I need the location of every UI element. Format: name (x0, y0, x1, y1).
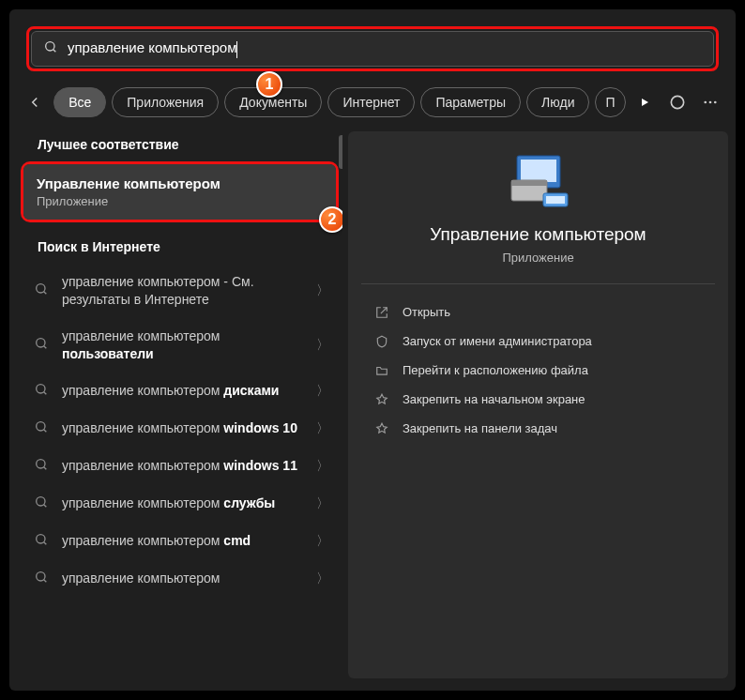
search-icon (34, 419, 49, 438)
svg-line-7 (44, 292, 47, 295)
svg-rect-27 (546, 196, 565, 204)
web-result-item[interactable]: управление компьютером cmd〉 (17, 523, 342, 560)
action-label: Закрепить на начальном экране (403, 392, 585, 406)
web-result-item[interactable]: управление компьютером windows 11〉 (17, 448, 342, 485)
open-icon (374, 306, 389, 319)
action-label: Открыть (403, 305, 450, 319)
svg-point-12 (37, 421, 45, 430)
profile-ring-icon[interactable] (664, 86, 692, 118)
result-text: управление компьютером windows 10 (62, 419, 303, 437)
annotation-outline-1: управление компьютером (26, 26, 719, 71)
search-icon (43, 39, 58, 58)
more-button[interactable] (697, 86, 724, 118)
chevron-right-icon[interactable]: 〉 (316, 458, 329, 475)
scrollbar-thumb[interactable] (339, 135, 342, 169)
svg-point-20 (37, 571, 45, 580)
svg-point-6 (37, 284, 45, 293)
best-match-heading: Лучшее соответствие (38, 137, 327, 152)
search-icon (34, 457, 49, 476)
svg-line-13 (44, 429, 47, 432)
annotation-outline-2: Управление компьютером Приложение 2 (21, 161, 339, 222)
svg-line-11 (44, 391, 47, 394)
tab-apps[interactable]: Приложения (112, 87, 219, 117)
search-icon (34, 282, 49, 300)
folder-icon (374, 364, 389, 377)
annotation-badge-2: 2 (319, 206, 342, 233)
search-input[interactable]: управление компьютером (68, 39, 702, 57)
annotation-badge-1: 1 (256, 71, 282, 98)
svg-line-17 (44, 504, 47, 507)
svg-point-2 (672, 96, 684, 108)
action-item[interactable]: Открыть (357, 297, 719, 327)
best-match-result[interactable]: Управление компьютером Приложение (23, 164, 336, 220)
svg-line-15 (44, 466, 47, 469)
tab-settings[interactable]: Параметры (420, 87, 521, 117)
svg-point-14 (37, 459, 45, 467)
search-bar[interactable]: управление компьютером (31, 31, 714, 67)
search-icon (34, 570, 49, 588)
result-text: управление компьютером - См. результаты … (62, 273, 303, 309)
chevron-right-icon[interactable]: 〉 (316, 282, 329, 299)
web-result-item[interactable]: управление компьютером - См. результаты … (17, 264, 342, 318)
action-list: ОткрытьЗапуск от имени администратораПер… (348, 297, 728, 443)
chevron-right-icon[interactable]: 〉 (316, 571, 329, 587)
chevron-right-icon[interactable]: 〉 (316, 533, 329, 550)
tab-people[interactable]: Люди (526, 87, 589, 117)
web-result-item[interactable]: управление компьютером службы〉 (17, 485, 342, 523)
action-item[interactable]: Запуск от имени администратора (357, 327, 719, 356)
chevron-right-icon[interactable]: 〉 (316, 337, 329, 354)
svg-point-4 (709, 101, 712, 104)
result-text: управление компьютером дисками (62, 382, 303, 400)
preview-subtitle: Приложение (361, 251, 715, 284)
svg-point-8 (37, 338, 45, 346)
tab-more-cut[interactable]: П (595, 87, 625, 117)
app-icon (348, 150, 728, 211)
action-item[interactable]: Перейти к расположению файла (357, 356, 719, 385)
result-text: управление компьютером cmd (62, 532, 303, 550)
chevron-right-icon[interactable]: 〉 (316, 383, 329, 400)
svg-point-5 (714, 101, 717, 104)
action-label: Перейти к расположению файла (403, 363, 588, 377)
tab-internet[interactable]: Интернет (327, 87, 415, 117)
result-text: управление компьютером (62, 570, 303, 587)
web-result-item[interactable]: управление компьютером дисками〉 (17, 373, 342, 410)
pin-icon (374, 422, 389, 435)
web-search-heading: Поиск в Интернете (38, 239, 327, 254)
action-item[interactable]: Закрепить на начальном экране (357, 385, 719, 414)
shield-icon (374, 335, 389, 348)
search-icon (34, 382, 49, 401)
svg-line-9 (44, 345, 47, 348)
search-icon (34, 495, 49, 513)
action-label: Закрепить на панели задач (403, 421, 557, 435)
svg-line-19 (44, 541, 47, 544)
search-icon (34, 336, 49, 355)
search-panel: управление компьютером 1 Все Приложения … (9, 9, 736, 691)
result-text: управление компьютером windows 11 (62, 457, 303, 475)
scroll-tabs-right[interactable] (631, 86, 659, 118)
result-text: управление компьютером службы (62, 495, 303, 512)
svg-line-21 (44, 579, 47, 582)
web-result-item[interactable]: управление компьютером〉 (17, 560, 342, 598)
chevron-right-icon[interactable]: 〉 (316, 495, 329, 512)
best-match-title: Управление компьютером (37, 175, 323, 191)
preview-pane: Управление компьютером Приложение Открыт… (348, 131, 728, 678)
svg-rect-25 (511, 180, 547, 186)
filter-tabs: Все Приложения Документы Интернет Параме… (21, 86, 724, 118)
svg-rect-23 (521, 160, 556, 182)
tab-all[interactable]: Все (53, 87, 106, 117)
svg-line-1 (53, 50, 56, 53)
pin-icon (374, 393, 389, 406)
svg-point-18 (37, 534, 45, 542)
chevron-right-icon[interactable]: 〉 (316, 420, 329, 437)
search-wrap: управление компьютером 1 (26, 26, 719, 71)
svg-point-16 (37, 496, 45, 505)
preview-title: Управление компьютером (348, 224, 728, 245)
svg-point-0 (46, 42, 54, 51)
action-label: Запуск от имени администратора (403, 334, 592, 348)
results-column: Лучшее соответствие Управление компьютер… (9, 131, 342, 678)
web-result-item[interactable]: управление компьютером пользователи〉 (17, 318, 342, 373)
web-result-item[interactable]: управление компьютером windows 10〉 (17, 410, 342, 448)
action-item[interactable]: Закрепить на панели задач (357, 414, 719, 443)
back-button[interactable] (21, 86, 48, 118)
svg-point-10 (37, 384, 45, 392)
